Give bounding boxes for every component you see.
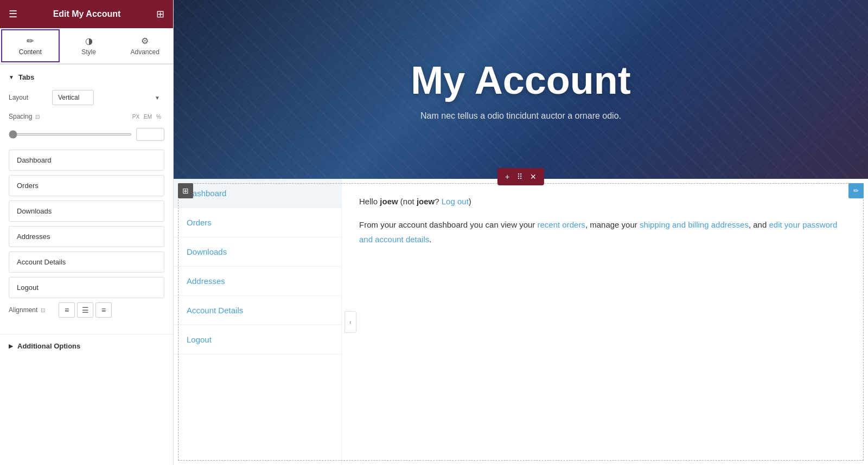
tab-style-label: Style: [81, 48, 96, 56]
layout-select[interactable]: Vertical Horizontal: [52, 90, 94, 105]
content-icon: ✏: [27, 36, 34, 46]
align-center-button[interactable]: ☰: [77, 302, 93, 318]
hero-title: My Account: [411, 58, 630, 102]
unit-em[interactable]: EM: [143, 113, 153, 120]
style-icon: ◑: [85, 36, 93, 46]
additional-options-label: Additional Options: [17, 342, 80, 350]
account-content: Hello joew (not joew? Log out) From your…: [342, 179, 868, 465]
section-header-tabs[interactable]: ▼ Tabs: [9, 73, 164, 81]
hero-content: My Account Nam nec tellus a odio tincidu…: [174, 0, 868, 179]
username-bold: joew: [380, 197, 398, 206]
nav-item-orders[interactable]: Orders: [174, 208, 341, 237]
tab-item-orders[interactable]: Orders: [9, 175, 164, 196]
layout-row: Layout Vertical Horizontal ▼: [9, 90, 164, 105]
account-layout: Dashboard Orders Downloads Addresses Acc…: [174, 179, 868, 465]
edit-widget-button[interactable]: ✏: [848, 183, 864, 198]
toolbar-move-button[interactable]: ⠿: [514, 170, 526, 183]
left-panel: ☰ Edit My Account ⊞ ✏ Content ◑ Style ⚙ …: [0, 0, 174, 465]
collapse-handle[interactable]: ‹: [344, 311, 356, 333]
panel-tabs: ✏ Content ◑ Style ⚙ Advanced: [0, 28, 173, 64]
alignment-buttons: ≡ ☰ ≡: [59, 302, 112, 318]
alignment-label-text: Alignment: [9, 306, 37, 314]
account-nav: Dashboard Orders Downloads Addresses Acc…: [174, 179, 342, 465]
alignment-label: Alignment ⊡: [9, 306, 52, 314]
tab-item-addresses[interactable]: Addresses: [9, 226, 164, 247]
align-right-button[interactable]: ≡: [95, 302, 112, 318]
section-title-tabs: Tabs: [18, 73, 34, 81]
panel-header: ☰ Edit My Account ⊞: [0, 0, 173, 28]
toolbar-add-button[interactable]: +: [502, 170, 513, 183]
section-arrow-tabs: ▼: [9, 74, 14, 80]
toolbar-close-button[interactable]: ✕: [527, 170, 540, 183]
logout-link[interactable]: Log out: [442, 197, 469, 206]
advanced-icon: ⚙: [141, 36, 149, 46]
alignment-row: Alignment ⊡ ≡ ☰ ≡: [9, 302, 164, 318]
nav-item-addresses[interactable]: Addresses: [174, 267, 341, 296]
spacing-range-row: [9, 128, 164, 141]
panel-title: Edit My Account: [53, 9, 121, 19]
spacing-row: Spacing ⊡ PX EM %: [9, 113, 164, 120]
unit-buttons: PX EM %: [131, 113, 162, 120]
main-area: My Account Nam nec tellus a odio tincidu…: [174, 0, 868, 465]
welcome-greeting: Hello joew (not joew? Log out): [359, 194, 851, 209]
tab-item-logout[interactable]: Logout: [9, 277, 164, 298]
recent-orders-link[interactable]: recent orders: [538, 220, 585, 229]
content-section: ⊞ ✏ ‹ Dashboard Orders Downloads Address…: [174, 179, 868, 465]
tab-item-downloads[interactable]: Downloads: [9, 201, 164, 222]
select-arrow-icon: ▼: [155, 95, 160, 101]
additional-arrow-icon: ▶: [9, 343, 13, 349]
tab-advanced-label: Advanced: [130, 48, 159, 56]
grid-icon[interactable]: ⊞: [156, 8, 164, 20]
spacing-number-input[interactable]: [136, 128, 164, 141]
layout-label: Layout: [9, 94, 52, 101]
hero-subtitle: Nam nec tellus a odio tincidunt auctor a…: [420, 111, 621, 121]
nav-item-account-details[interactable]: Account Details: [174, 296, 341, 325]
unit-px[interactable]: PX: [131, 113, 141, 120]
spacing-label-text: Spacing: [9, 113, 32, 120]
hamburger-icon[interactable]: ☰: [9, 8, 17, 20]
spacing-slider[interactable]: [9, 133, 132, 135]
alignment-responsive-icon: ⊡: [41, 307, 45, 313]
hero-section: My Account Nam nec tellus a odio tincidu…: [174, 0, 868, 179]
floating-toolbar: + ⠿ ✕: [497, 168, 544, 185]
tab-content-label: Content: [19, 48, 42, 56]
nav-item-logout[interactable]: Logout: [174, 325, 341, 354]
unit-percent[interactable]: %: [155, 113, 162, 120]
additional-options[interactable]: ▶ Additional Options: [0, 334, 173, 358]
widget-handle[interactable]: ⊞: [178, 183, 193, 198]
tab-item-account-details[interactable]: Account Details: [9, 251, 164, 273]
welcome-body: From your account dashboard you can view…: [359, 217, 851, 247]
layout-select-wrapper: Vertical Horizontal ▼: [52, 90, 164, 105]
tab-advanced[interactable]: ⚙ Advanced: [117, 28, 173, 63]
nav-item-dashboard[interactable]: Dashboard: [174, 179, 341, 208]
spacing-responsive-icon: ⊡: [35, 114, 40, 120]
tabs-section: ▼ Tabs Layout Vertical Horizontal ▼ Spac…: [0, 64, 173, 334]
shipping-billing-link[interactable]: shipping and billing addresses: [640, 220, 749, 229]
nav-item-downloads[interactable]: Downloads: [174, 237, 341, 267]
spacing-label: Spacing ⊡: [9, 113, 47, 120]
align-left-button[interactable]: ≡: [59, 302, 75, 318]
edit-password-link[interactable]: edit your password and account details: [359, 220, 837, 244]
tab-content[interactable]: ✏ Content: [1, 29, 60, 62]
tab-style[interactable]: ◑ Style: [61, 28, 117, 63]
username2-bold: joew: [417, 197, 435, 206]
tab-item-dashboard[interactable]: Dashboard: [9, 150, 164, 171]
